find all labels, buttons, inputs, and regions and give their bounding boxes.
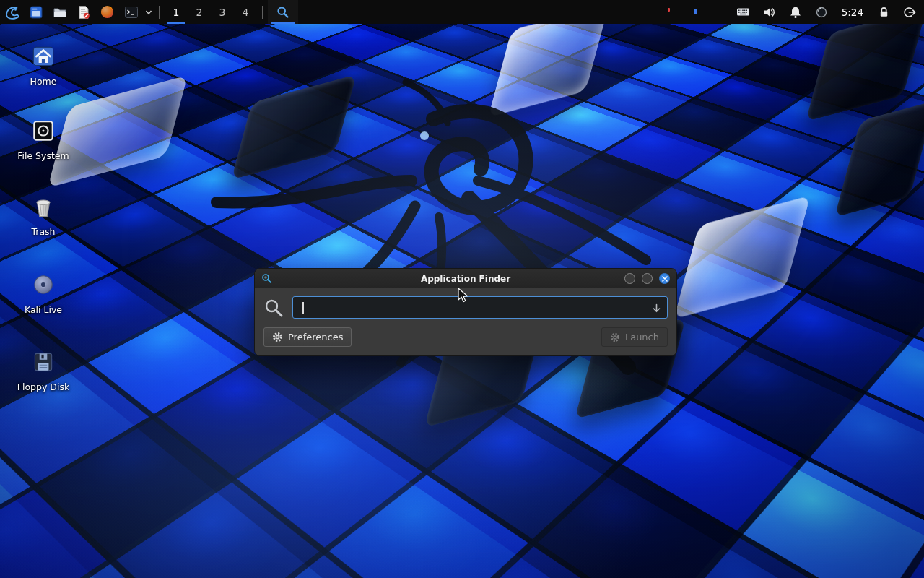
close-icon [662, 276, 668, 282]
launch-icon [610, 332, 620, 342]
desktop-icon-trash[interactable]: Trash [11, 192, 76, 237]
logout-icon [903, 6, 916, 19]
folder-launcher[interactable] [48, 0, 71, 24]
desktop-icon-kali-live[interactable]: Kali Live [11, 270, 76, 315]
desktop-icon-label: Home [11, 76, 76, 87]
window-title: Application Finder [255, 274, 676, 284]
preferences-label: Preferences [288, 332, 343, 342]
magnifier-icon [276, 6, 289, 19]
chevron-down-icon [145, 9, 152, 16]
desktop-icon-label: Kali Live [11, 304, 76, 315]
close-button[interactable] [659, 273, 670, 284]
desktop-icon-label: Floppy Disk [11, 381, 76, 392]
maximize-button[interactable] [642, 273, 653, 284]
kali-live-disc-icon [30, 272, 56, 298]
search-entry[interactable] [292, 296, 668, 319]
application-finder-window: Application Finder [254, 268, 677, 356]
workspace-3[interactable]: 3 [211, 0, 234, 24]
floppy-disk-icon [30, 349, 56, 375]
text-caret [302, 302, 304, 314]
lock-screen-button[interactable] [876, 0, 891, 24]
trash-icon [30, 194, 56, 220]
search-icon [263, 298, 284, 318]
kali-desktop: 1 2 3 4 [0, 0, 924, 578]
text-editor-icon [77, 5, 91, 20]
gear-icon [272, 332, 283, 342]
lock-icon [878, 6, 890, 18]
applications-menu-button[interactable] [0, 0, 24, 24]
desktop-icon-file-system[interactable]: File System [11, 116, 76, 161]
tray-activity-indicator-blue [694, 9, 697, 14]
tray-activity-indicator-red [668, 8, 670, 12]
desktop-icon-home[interactable]: Home [11, 42, 76, 87]
workspace-switcher: 1 2 3 4 [165, 0, 257, 24]
power-manager-icon[interactable] [814, 0, 829, 24]
terminal-icon [124, 5, 139, 20]
window-titlebar[interactable]: Application Finder [255, 269, 676, 288]
folder-icon [53, 5, 67, 20]
kali-logo-icon [4, 4, 20, 20]
workspace-2[interactable]: 2 [188, 0, 211, 24]
desktop-icon-label: File System [11, 150, 76, 161]
desktop-icon-floppy-disk[interactable]: Floppy Disk [11, 348, 76, 392]
search-input[interactable] [302, 302, 647, 314]
launch-label: Launch [625, 332, 659, 342]
preferences-button[interactable]: Preferences [263, 327, 352, 347]
top-panel: 1 2 3 4 [0, 0, 924, 24]
file-manager-icon [29, 5, 43, 20]
terminal-launcher[interactable] [119, 0, 143, 24]
logout-button[interactable] [902, 0, 917, 24]
volume-icon[interactable] [762, 0, 777, 24]
panel-separator [159, 6, 160, 19]
keyboard-indicator-icon[interactable] [736, 0, 751, 24]
text-editor-launcher[interactable] [71, 0, 95, 24]
panel-clock[interactable]: 5:24 [840, 7, 865, 18]
terminal-dropdown-arrow[interactable] [143, 0, 154, 24]
notifications-icon[interactable] [788, 0, 803, 24]
firefox-launcher[interactable] [95, 0, 119, 24]
workspace-4[interactable]: 4 [234, 0, 257, 24]
file-manager-launcher[interactable] [24, 0, 48, 24]
down-arrow-icon[interactable] [651, 303, 662, 314]
desktop-icon-label: Trash [11, 226, 76, 237]
workspace-1[interactable]: 1 [165, 0, 188, 24]
firefox-icon [100, 4, 115, 20]
minimize-button[interactable] [624, 273, 635, 284]
panel-separator [262, 6, 263, 19]
home-folder-icon [30, 43, 56, 69]
window-button-application-finder[interactable] [268, 0, 298, 24]
file-system-icon [30, 118, 56, 144]
launch-button[interactable]: Launch [601, 327, 668, 347]
